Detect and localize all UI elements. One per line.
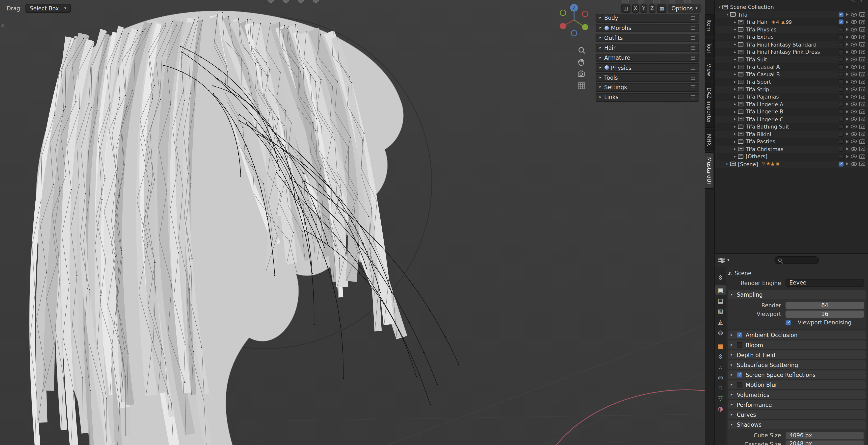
world-tab[interactable]: ◍: [715, 327, 725, 337]
disclosure-arrow[interactable]: ▸: [724, 162, 730, 166]
exclude-checkbox[interactable]: [839, 64, 843, 69]
overlays-icon[interactable]: [638, 0, 644, 3]
gizmo-y-axis[interactable]: [582, 24, 588, 30]
mirror-y-button[interactable]: Y: [641, 4, 647, 12]
outliner-row[interactable]: ▾ Tifa: [715, 11, 868, 18]
disable-render-camera-icon[interactable]: [859, 87, 865, 92]
drag-grip-icon[interactable]: [691, 26, 695, 30]
hide-eye-icon[interactable]: [851, 80, 857, 84]
disclosure-arrow[interactable]: ▸: [731, 363, 737, 367]
disclosure-arrow[interactable]: ▸: [732, 87, 738, 91]
disclosure-arrow[interactable]: ▸: [599, 75, 601, 80]
disclosure-arrow[interactable]: ▸: [599, 26, 601, 30]
gizmos-icon[interactable]: [653, 0, 660, 3]
disable-render-camera-icon[interactable]: [859, 95, 865, 99]
disclosure-arrow[interactable]: ▾: [731, 423, 737, 427]
outliner-row[interactable]: ▸ Tifa Lingerie B: [715, 108, 868, 116]
selectable-cursor-icon[interactable]: [846, 72, 849, 76]
disclosure-arrow[interactable]: ▸: [599, 95, 601, 99]
scene-tab[interactable]: ◭: [715, 317, 725, 327]
disable-render-camera-icon[interactable]: [859, 132, 865, 136]
selectable-cursor-icon[interactable]: [846, 13, 849, 16]
exclude-checkbox[interactable]: [839, 42, 843, 47]
selectable-cursor-icon[interactable]: [846, 43, 849, 46]
hide-eye-icon[interactable]: [851, 140, 857, 144]
outliner-row[interactable]: ▸ Tifa Sport: [715, 78, 868, 86]
disclosure-arrow[interactable]: ▸: [599, 16, 601, 20]
selectable-cursor-icon[interactable]: [846, 162, 849, 166]
disable-render-camera-icon[interactable]: [859, 12, 865, 17]
selectable-cursor-icon[interactable]: [846, 65, 849, 68]
disable-render-camera-icon[interactable]: [859, 27, 865, 32]
disclosure-arrow[interactable]: ▸: [732, 147, 738, 151]
disclosure-arrow[interactable]: ▸: [731, 343, 737, 347]
panel-header[interactable]: ▸ Volumetrics: [728, 390, 866, 399]
disable-render-camera-icon[interactable]: [859, 124, 865, 129]
disable-render-camera-icon[interactable]: [859, 109, 865, 114]
options-dropdown[interactable]: Options ▾: [668, 4, 701, 13]
disclosure-arrow[interactable]: ▸: [731, 413, 737, 416]
drag-grip-icon[interactable]: [691, 16, 695, 20]
disable-render-camera-icon[interactable]: [859, 57, 865, 62]
hide-eye-icon[interactable]: [851, 117, 857, 121]
disclosure-arrow[interactable]: ▸: [732, 140, 738, 144]
disclosure-arrow[interactable]: ▾: [731, 292, 737, 296]
selectable-cursor-icon[interactable]: [846, 50, 849, 54]
sidebar-tab-item[interactable]: Item: [705, 14, 714, 36]
disclosure-arrow[interactable]: ▸: [731, 333, 737, 337]
exclude-checkbox[interactable]: [839, 131, 843, 136]
physics-tab[interactable]: ◎: [715, 373, 725, 382]
mustardui-section-tools[interactable]: ▸ Tools: [596, 73, 699, 82]
mustardui-section-outfits[interactable]: ▸ Outfits: [596, 34, 699, 42]
disable-render-camera-icon[interactable]: [859, 154, 865, 159]
exclude-checkbox[interactable]: [839, 102, 843, 107]
sidebar-tab-daz-importer[interactable]: DAZ Importer: [705, 82, 714, 128]
shadows-panel-header[interactable]: ▾ Shadows: [728, 420, 866, 429]
sidebar-tab-tool[interactable]: Tool: [705, 37, 714, 58]
gizmo-y-neg[interactable]: [560, 10, 566, 15]
sidebar-tab-mhx[interactable]: MHX: [705, 129, 714, 151]
shading-mode-icons[interactable]: [268, 0, 319, 3]
filter-icon[interactable]: [859, 0, 864, 2]
mirror-x-button[interactable]: X: [632, 4, 639, 12]
selectable-cursor-icon[interactable]: [846, 80, 849, 84]
disable-render-camera-icon[interactable]: [859, 42, 865, 46]
disclosure-arrow[interactable]: ▸: [732, 50, 738, 54]
selectable-cursor-icon[interactable]: [846, 58, 849, 61]
gizmo-z-neg[interactable]: [571, 30, 577, 36]
outliner-row[interactable]: ▸ Tifa Casual A: [715, 63, 868, 71]
selectable-cursor-icon[interactable]: [846, 117, 849, 121]
disclosure-arrow[interactable]: ▸: [731, 403, 737, 407]
hide-eye-icon[interactable]: [851, 65, 857, 69]
sampling-viewport-field[interactable]: 16: [785, 310, 864, 317]
panel-header[interactable]: ▸ Performance: [728, 400, 866, 409]
drag-grip-icon[interactable]: [691, 36, 695, 40]
mustardui-section-physics[interactable]: ▸ Physics: [596, 63, 699, 72]
disclosure-arrow[interactable]: ▸: [732, 102, 738, 106]
exclude-checkbox[interactable]: [839, 50, 843, 55]
selectable-cursor-icon[interactable]: [846, 88, 849, 91]
disclosure-arrow[interactable]: ▸: [599, 46, 601, 50]
outliner-row[interactable]: ▸ Tifa Casual B: [715, 71, 868, 78]
disable-render-camera-icon[interactable]: [859, 65, 865, 69]
proportional-edit-icon[interactable]: [684, 0, 691, 3]
panel-checkbox[interactable]: [737, 332, 742, 338]
outliner-row[interactable]: ▸ Tifa Physics: [715, 26, 868, 33]
view-layer-tab[interactable]: ▧: [715, 306, 725, 316]
outliner-row[interactable]: ▸ Tifa Lingerie A: [715, 100, 868, 108]
cube-size-dropdown[interactable]: 4096 px: [785, 432, 864, 439]
wireframe-shading-icon[interactable]: [268, 0, 274, 3]
mustardui-section-body[interactable]: ▸ Body: [596, 14, 699, 23]
outliner-row[interactable]: ▸ [Scene] ▽◈▲▣: [715, 160, 868, 168]
exclude-checkbox[interactable]: [839, 20, 843, 25]
outliner-row[interactable]: ▾ Scene Collection: [715, 3, 868, 11]
exclude-checkbox[interactable]: [839, 124, 843, 129]
selectable-cursor-icon[interactable]: [846, 35, 849, 39]
outliner-row[interactable]: ▸ Tifa Pasties: [715, 138, 868, 146]
mustardui-section-links[interactable]: ▸ Links: [596, 93, 699, 102]
object-tab[interactable]: ■: [715, 341, 725, 351]
disclosure-arrow[interactable]: ▸: [599, 36, 601, 40]
disclosure-arrow[interactable]: ▸: [732, 20, 738, 24]
properties-search-input[interactable]: [774, 256, 819, 264]
panel-checkbox[interactable]: [737, 342, 742, 347]
